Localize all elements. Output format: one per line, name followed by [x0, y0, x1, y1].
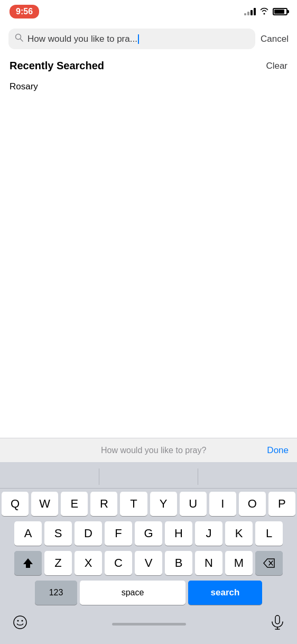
key-row-1: Q W E R T Y U I O P [2, 492, 295, 516]
key-d[interactable]: D [75, 521, 102, 546]
key-e[interactable]: E [61, 492, 88, 516]
search-input[interactable]: How would you like to pra... [27, 34, 249, 44]
key-s[interactable]: S [44, 521, 72, 546]
key-r[interactable]: R [90, 492, 117, 516]
delete-key[interactable] [255, 551, 283, 575]
clear-button[interactable]: Clear [266, 61, 287, 71]
key-z[interactable]: Z [44, 551, 72, 575]
keyboard-section: How would you like to pray? Done Q W E R… [0, 438, 297, 644]
cancel-button[interactable]: Cancel [261, 34, 289, 44]
key-k[interactable]: K [225, 521, 253, 546]
key-l[interactable]: L [255, 521, 283, 546]
key-x[interactable]: X [75, 551, 102, 575]
key-b[interactable]: B [165, 551, 192, 575]
recently-searched-title: Recently Searched [10, 60, 104, 72]
key-w[interactable]: W [31, 492, 58, 516]
key-c[interactable]: C [105, 551, 132, 575]
wifi-icon [259, 7, 269, 16]
status-time: 9:56 [10, 5, 39, 19]
key-t[interactable]: T [120, 492, 147, 516]
key-u[interactable]: U [180, 492, 207, 516]
status-bar: 9:56 [0, 0, 297, 23]
key-y[interactable]: Y [150, 492, 177, 516]
input-bar: How would you like to pray? Done [0, 438, 297, 462]
suggestion-left[interactable] [0, 465, 99, 488]
key-p[interactable]: P [268, 492, 295, 516]
key-row-3: Z X C V B N M [2, 551, 295, 575]
key-q[interactable]: Q [2, 492, 29, 516]
key-h[interactable]: H [165, 521, 192, 546]
done-button[interactable]: Done [267, 445, 289, 456]
svg-line-1 [21, 39, 23, 42]
key-g[interactable]: G [135, 521, 162, 546]
svg-rect-8 [275, 615, 280, 624]
battery-icon [273, 8, 287, 15]
key-row-4: 123 space search [2, 581, 295, 605]
search-icon [15, 33, 23, 44]
svg-point-6 [17, 620, 19, 621]
space-key[interactable]: space [80, 581, 185, 605]
svg-marker-2 [23, 558, 33, 568]
key-m[interactable]: M [225, 551, 253, 575]
suggestion-middle[interactable] [99, 465, 198, 488]
recent-item-rosary[interactable]: Rosary [0, 76, 297, 97]
key-a[interactable]: A [14, 521, 42, 546]
bottom-bar [0, 612, 297, 644]
key-n[interactable]: N [195, 551, 222, 575]
keyboard-rows: Q W E R T Y U I O P A S D F G H J K [0, 489, 297, 612]
suggestion-right[interactable] [198, 465, 297, 488]
home-indicator [112, 623, 186, 625]
keyboard: Q W E R T Y U I O P A S D F G H J K [0, 462, 297, 644]
search-input-wrap[interactable]: How would you like to pra... [8, 29, 255, 49]
key-o[interactable]: O [239, 492, 266, 516]
key-row-2: A S D F G H J K L [2, 521, 295, 546]
status-icons [244, 7, 287, 16]
key-v[interactable]: V [135, 551, 162, 575]
num-key[interactable]: 123 [35, 581, 77, 605]
mic-icon[interactable] [271, 615, 284, 633]
keyboard-suggestions [0, 465, 297, 489]
shift-key[interactable] [14, 551, 42, 575]
key-i[interactable]: I [209, 492, 236, 516]
emoji-icon[interactable] [13, 615, 27, 633]
search-key[interactable]: search [188, 581, 262, 605]
input-placeholder: How would you like to pray? [40, 446, 267, 455]
key-f[interactable]: F [105, 521, 132, 546]
search-area: How would you like to pra... Cancel [0, 23, 297, 54]
recently-searched-header: Recently Searched Clear [0, 54, 297, 76]
signal-icon [244, 8, 256, 15]
svg-point-5 [14, 616, 26, 629]
svg-point-7 [22, 620, 23, 621]
key-j[interactable]: J [195, 521, 222, 546]
